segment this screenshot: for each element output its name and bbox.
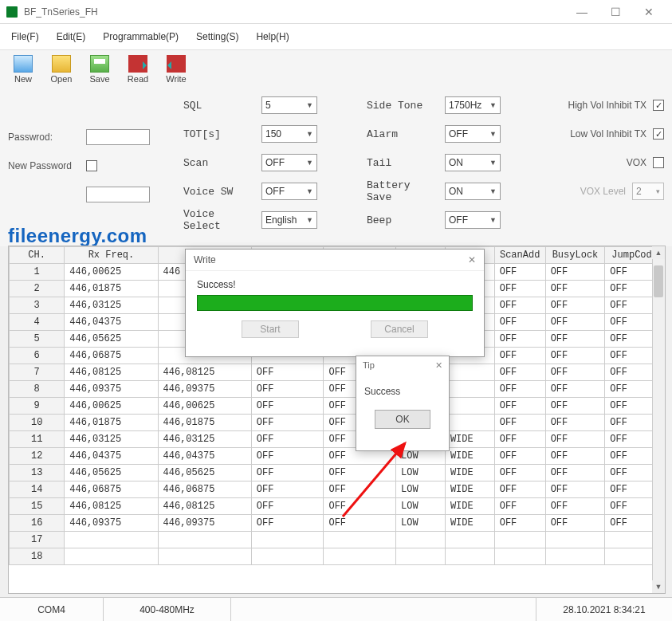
cell-rxctc[interactable]: OFF [251,431,324,448]
cell-busylock[interactable]: OFF [545,465,605,481]
cell-bw[interactable]: WIDE [445,431,494,448]
cell-scanadd[interactable] [494,532,545,548]
cell-rxctc[interactable]: OFF [251,465,324,481]
cell-txctc[interactable] [324,532,396,548]
cell-rx[interactable]: 446,03125 [65,431,158,448]
cell-ch[interactable]: 15 [10,498,65,515]
sidetone-select[interactable]: 1750Hz▼ [445,96,501,114]
cell-scanadd[interactable]: OFF [494,331,545,348]
menu-programmable[interactable]: Programmable(P) [95,29,187,45]
cell-txctc[interactable]: OFF [324,515,396,532]
tot-select[interactable]: 150▼ [261,125,317,143]
cell-ch[interactable]: 4 [10,314,65,331]
cell-rx[interactable]: 446,08125 [65,498,158,515]
batsave-select[interactable]: ON▼ [445,183,501,200]
cell-busylock[interactable]: OFF [545,481,605,498]
cell-busylock[interactable]: OFF [545,498,605,515]
cell-rxctc[interactable]: OFF [251,415,324,431]
toolbar-save[interactable]: Save [83,55,116,84]
cell-rx[interactable]: 446,01875 [65,281,158,297]
cell-tx[interactable]: 446,00625 [158,398,251,415]
cell-bw[interactable]: WIDE [445,448,494,465]
cell-tx[interactable] [158,532,251,548]
table-row[interactable]: 13446,05625446,05625OFFOFFLOWWIDEOFFOFFO… [10,465,665,481]
cell-pwr[interactable]: LOW [396,515,446,532]
cell-scanadd[interactable]: OFF [494,465,545,481]
cell-pwr[interactable]: LOW [396,465,446,481]
scroll-down-icon[interactable]: ▼ [652,580,665,593]
cell-busylock[interactable]: OFF [545,364,605,381]
ok-button[interactable]: OK [375,410,430,429]
table-row[interactable]: 10446,01875446,01875OFFOFFOFFOFFOFF [10,415,665,431]
close-button[interactable]: ✕ [632,1,666,23]
cell-bw[interactable]: WIDE [445,515,494,532]
new-password-input[interactable] [86,187,150,202]
vox-checkbox[interactable] [653,157,664,168]
menu-setting[interactable]: Setting(S) [188,29,246,45]
cell-ch[interactable]: 13 [10,465,65,481]
cell-rxctc[interactable]: OFF [251,498,324,515]
cell-busylock[interactable]: OFF [545,348,605,364]
tail-select[interactable]: ON▼ [445,154,501,171]
scroll-thumb[interactable] [654,265,663,297]
cell-rx[interactable]: 446,00625 [65,264,158,281]
cell-rx[interactable]: 446,05625 [65,465,158,481]
cell-rxctc[interactable]: OFF [251,364,324,381]
cell-tx[interactable]: 446,05625 [158,465,251,481]
cancel-button[interactable]: Cancel [371,320,428,338]
cell-rx[interactable]: 446,06875 [65,481,158,498]
cell-rx[interactable]: 446,03125 [65,297,158,314]
cell-ch[interactable]: 16 [10,515,65,532]
cell-rx[interactable]: 446,01875 [65,415,158,431]
cell-rxctc[interactable]: OFF [251,381,324,398]
hivol-checkbox[interactable] [653,100,664,111]
cell-tx[interactable]: 446,03125 [158,431,251,448]
cell-bw[interactable] [445,381,494,398]
cell-busylock[interactable]: OFF [545,431,605,448]
cell-pwr[interactable]: LOW [396,481,446,498]
toolbar-write[interactable]: Write [159,55,193,84]
password-input[interactable] [86,129,150,145]
cell-rx[interactable]: 446,05625 [65,331,158,348]
cell-scanadd[interactable]: OFF [494,498,545,515]
cell-busylock[interactable] [545,548,605,565]
menu-file[interactable]: File(F) [3,29,47,45]
cell-scanadd[interactable]: OFF [494,297,545,314]
cell-scanadd[interactable]: OFF [494,381,545,398]
cell-busylock[interactable]: OFF [545,448,605,465]
cell-rx[interactable]: 446,04375 [65,448,158,465]
cell-busylock[interactable]: OFF [545,264,605,281]
cell-scanadd[interactable]: OFF [494,281,545,297]
table-row[interactable]: 14446,06875446,06875OFFOFFLOWWIDEOFFOFFO… [10,481,665,498]
cell-busylock[interactable]: OFF [545,314,605,331]
cell-rx[interactable]: 446,04375 [65,314,158,331]
cell-rxctc[interactable]: OFF [251,448,324,465]
cell-scanadd[interactable]: OFF [494,364,545,381]
cell-bw[interactable] [445,532,494,548]
cell-bw[interactable] [445,548,494,565]
cell-tx[interactable]: 446,08125 [158,364,251,381]
cell-bw[interactable]: WIDE [445,465,494,481]
menu-help[interactable]: Help(H) [248,29,297,45]
cell-scanadd[interactable]: OFF [494,348,545,364]
voicesw-select[interactable]: OFF▼ [261,183,317,200]
col-scanadd[interactable]: ScanAdd [494,247,545,264]
cell-tx[interactable]: 446,04375 [158,448,251,465]
cell-bw[interactable] [445,364,494,381]
alarm-select[interactable]: OFF▼ [445,125,501,143]
cell-rxctc[interactable]: OFF [251,481,324,498]
maximize-button[interactable]: ☐ [599,1,632,23]
cell-txctc[interactable] [324,548,396,565]
cell-rx[interactable]: 446,00625 [65,398,158,415]
cell-rx[interactable]: 446,09375 [65,515,158,532]
cell-txctc[interactable]: OFF [324,465,396,481]
toolbar-new[interactable]: New [6,55,40,84]
menu-edit[interactable]: Edit(E) [49,29,94,45]
toolbar-open[interactable]: Open [45,55,78,84]
cell-ch[interactable]: 7 [10,364,65,381]
cell-rxctc[interactable]: OFF [251,515,324,532]
cell-bw[interactable]: WIDE [445,481,494,498]
cell-ch[interactable]: 6 [10,348,65,364]
cell-scanadd[interactable]: OFF [494,481,545,498]
col-busylock[interactable]: BusyLock [545,247,605,264]
